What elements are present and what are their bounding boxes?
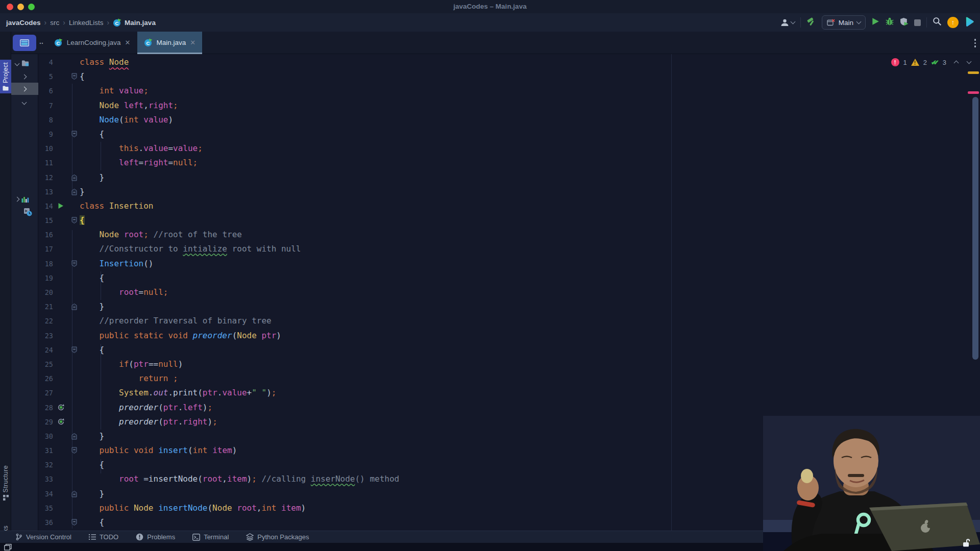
sidebar-item-structure[interactable]: Structure	[0, 463, 11, 503]
code-text[interactable]: {	[80, 213, 85, 228]
code-line[interactable]: 13}	[38, 185, 980, 199]
panel-header-dots[interactable]: ..	[39, 37, 43, 45]
code-text[interactable]: System.out.print(ptr.value+" ");	[80, 386, 276, 400]
stop-button[interactable]	[914, 19, 921, 26]
code-line[interactable]: 10 this.value=value;	[38, 141, 980, 156]
code-line[interactable]: 25 if(ptr==null)	[38, 357, 980, 371]
code-line[interactable]: 16 Node root; //root of the tree	[38, 228, 980, 242]
code-line[interactable]: 12 }	[38, 170, 980, 185]
tree-item-root[interactable]	[15, 57, 29, 69]
tool-window-python-packages[interactable]: Python Packages	[246, 533, 309, 541]
code-text[interactable]: if(ptr==null)	[80, 357, 183, 371]
code-line[interactable]: 6 int value;	[38, 84, 980, 98]
code-text[interactable]: preorder(ptr.right);	[80, 415, 217, 429]
code-line[interactable]: 27 System.out.print(ptr.value+" ");	[38, 386, 980, 400]
breadcrumb-package[interactable]: LinkedLists	[69, 19, 104, 27]
tree-item-scratches[interactable]	[23, 206, 32, 218]
plugin-logo-button[interactable]	[964, 16, 975, 29]
code-text[interactable]: Node left,right;	[80, 98, 178, 113]
run-configuration-select[interactable]: Main	[822, 15, 866, 30]
sidebar-item-project[interactable]: Project	[0, 60, 11, 93]
close-tab-icon[interactable]: ✕	[125, 39, 131, 46]
code-text[interactable]: }	[80, 185, 85, 199]
code-line[interactable]: 15{	[38, 213, 980, 228]
tree-item-libraries[interactable]	[15, 193, 29, 205]
breadcrumb-file[interactable]: Main.java	[125, 19, 156, 27]
windows-stack-icon[interactable]	[4, 544, 12, 550]
code-text[interactable]: this.value=value;	[80, 141, 203, 156]
code-line[interactable]: 22 //preorder Traversal of binary tree	[38, 314, 980, 328]
update-available-button[interactable]: ↑	[947, 17, 959, 28]
tool-window-problems[interactable]: Problems	[136, 533, 175, 541]
breadcrumb-src[interactable]: src	[50, 19, 59, 27]
code-line[interactable]: 24 {	[38, 343, 980, 357]
unlock-icon[interactable]	[962, 538, 972, 548]
close-tab-icon[interactable]: ✕	[190, 39, 195, 46]
code-line[interactable]: 20 root=null;	[38, 285, 980, 299]
code-text[interactable]: {	[80, 69, 85, 84]
debug-button[interactable]	[885, 17, 894, 28]
code-line[interactable]: 23 public static void preorder(Node ptr)	[38, 329, 980, 343]
previous-problem-icon[interactable]	[954, 61, 959, 66]
code-text[interactable]: Node(int value)	[80, 113, 173, 127]
code-line[interactable]: 26 return ;	[38, 371, 980, 386]
tab-main-java[interactable]: C Main.java ✕	[137, 32, 203, 54]
code-text[interactable]: preorder(ptr.left);	[80, 400, 212, 415]
run-with-coverage-button[interactable]	[900, 17, 909, 28]
tool-window-version-control[interactable]: Version Control	[15, 533, 71, 541]
user-account-button[interactable]	[780, 18, 795, 27]
code-line[interactable]: 19 {	[38, 271, 980, 285]
close-window-button[interactable]	[7, 4, 13, 10]
tool-window-todo[interactable]: TODO	[89, 533, 118, 541]
code-text[interactable]: public Node insertNode(Node root,int ite…	[80, 501, 306, 515]
code-text[interactable]: }	[80, 429, 104, 443]
code-text[interactable]: Node root; //root of the tree	[80, 228, 242, 242]
code-text[interactable]: int value;	[80, 84, 149, 98]
code-text[interactable]: return ;	[80, 371, 178, 386]
next-problem-icon[interactable]	[967, 59, 972, 64]
code-text[interactable]: root =insertNode(root,item); //calling i…	[80, 472, 399, 486]
code-text[interactable]: //preorder Traversal of binary tree	[80, 314, 272, 328]
minimize-window-button[interactable]	[17, 4, 24, 10]
code-text[interactable]: public static void preorder(Node ptr)	[80, 329, 281, 343]
code-line[interactable]: 5{	[38, 69, 980, 84]
code-text[interactable]: }	[80, 299, 104, 314]
code-text[interactable]: left=right=null;	[80, 156, 198, 170]
code-text[interactable]: class Node	[80, 55, 129, 69]
code-text[interactable]: {	[80, 458, 104, 472]
code-line[interactable]: 14class Insertion	[38, 199, 980, 213]
warning-stripe-mark[interactable]	[968, 71, 979, 74]
code-line[interactable]: 11 left=right=null;	[38, 156, 980, 170]
code-line[interactable]: 21 }	[38, 299, 980, 314]
error-stripe-mark[interactable]	[968, 91, 979, 94]
code-text[interactable]: //Constructor to intialize root with nul…	[80, 242, 301, 256]
code-line[interactable]: 8 Node(int value)	[38, 113, 980, 127]
tab-options-kebab-icon[interactable]	[974, 39, 976, 47]
code-line[interactable]: 4class Node	[38, 55, 980, 69]
run-button[interactable]	[871, 17, 879, 28]
code-line[interactable]: 17 //Constructor to intialize root with …	[38, 242, 980, 256]
tree-item-selected[interactable]	[22, 83, 26, 95]
tree-item-collapsed[interactable]	[22, 70, 26, 83]
code-text[interactable]: public void insert(int item)	[80, 443, 237, 458]
code-text[interactable]: root=null;	[80, 285, 168, 299]
search-everywhere-button[interactable]	[933, 17, 942, 28]
code-text[interactable]: }	[80, 487, 104, 501]
code-text[interactable]: {	[80, 127, 104, 141]
code-text[interactable]: Insertion()	[80, 257, 154, 271]
code-text[interactable]: {	[80, 271, 104, 285]
tool-window-terminal[interactable]: Terminal	[192, 533, 229, 541]
inspections-widget[interactable]: ! 1 ! 2 ✔✔ 3	[891, 58, 971, 66]
code-line[interactable]: 28 preorder(ptr.left);	[38, 400, 980, 415]
code-text[interactable]: {	[80, 515, 104, 530]
code-line[interactable]: 9 {	[38, 127, 980, 141]
build-button[interactable]	[806, 17, 816, 29]
code-text[interactable]: class Insertion	[80, 199, 154, 213]
tab-learncoding-java[interactable]: C LearnCoding.java ✕	[47, 32, 137, 54]
maximize-window-button[interactable]	[28, 4, 35, 10]
editor-scrollbar[interactable]	[972, 97, 978, 360]
code-line[interactable]: 7 Node left,right;	[38, 98, 980, 113]
code-text[interactable]: {	[80, 343, 104, 357]
code-text[interactable]: }	[80, 170, 104, 185]
tree-item-expanded[interactable]	[22, 96, 26, 108]
